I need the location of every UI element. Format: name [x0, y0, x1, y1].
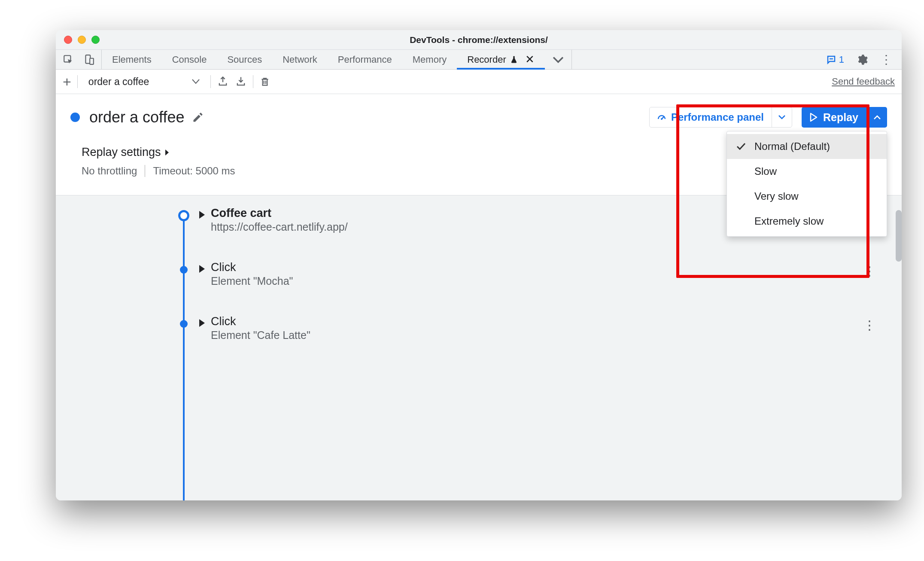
performance-panel-button[interactable]: Performance panel — [650, 107, 772, 127]
speed-option-slow[interactable]: Slow — [727, 159, 887, 184]
devtools-window: DevTools - chrome://extensions/ Elements… — [56, 30, 902, 500]
step-subtitle: https://coffee-cart.netlify.app/ — [211, 221, 348, 233]
chevron-down-icon — [192, 79, 200, 84]
step-item: Click Element "Mocha" ⋮ — [174, 261, 902, 287]
speed-option-label: Normal (Default) — [754, 140, 830, 152]
caret-right-icon — [164, 149, 170, 156]
close-icon[interactable]: ✕ — [525, 53, 535, 66]
replay-speed-dropdown[interactable] — [867, 107, 887, 128]
step-expand-toggle[interactable] — [199, 265, 205, 273]
recording-select-value: order a coffee — [88, 76, 149, 88]
scrollbar-thumb[interactable] — [896, 210, 902, 262]
steps-area: Coffee cart https://coffee-cart.netlify.… — [56, 195, 902, 500]
svg-rect-2 — [90, 58, 94, 64]
tab-recorder-label: Recorder — [467, 54, 506, 65]
speed-option-extremely-slow[interactable]: Extremely slow — [727, 209, 887, 234]
recording-header: order a coffee Performance panel — [56, 94, 902, 138]
speed-option-very-slow[interactable]: Very slow — [727, 184, 887, 209]
speed-option-label: Very slow — [754, 190, 799, 202]
device-toggle-icon[interactable] — [83, 54, 94, 65]
more-menu-icon[interactable]: ⋮ — [880, 52, 892, 67]
step-node-icon — [178, 210, 189, 221]
step-node-icon — [180, 320, 188, 328]
titlebar: DevTools - chrome://extensions/ — [56, 30, 902, 50]
issues-count: 1 — [839, 54, 844, 65]
step-title: Click — [211, 261, 293, 274]
play-icon — [809, 113, 818, 122]
performance-panel-button-group: Performance panel — [649, 107, 792, 128]
timeline-line — [183, 218, 185, 500]
inspect-icon[interactable] — [63, 54, 74, 65]
check-icon — [736, 143, 747, 150]
tab-network[interactable]: Network — [272, 50, 328, 69]
step-more-menu[interactable]: ⋮ — [863, 315, 876, 332]
performance-panel-dropdown[interactable] — [772, 107, 792, 127]
tab-elements[interactable]: Elements — [102, 50, 162, 69]
performance-panel-label: Performance panel — [671, 111, 764, 123]
gauge-icon — [657, 112, 667, 122]
step-expand-toggle[interactable] — [199, 211, 205, 219]
replay-settings-label: Replay settings — [82, 146, 161, 159]
replay-button[interactable]: Replay — [802, 107, 867, 128]
send-feedback-link[interactable]: Send feedback — [832, 76, 895, 87]
flask-icon — [510, 55, 518, 64]
replay-label: Replay — [823, 111, 858, 124]
replay-speed-menu: Normal (Default) Slow Very slow Extremel… — [726, 131, 887, 237]
speed-option-label: Slow — [754, 165, 777, 177]
traffic-lights — [64, 36, 100, 44]
edit-title-button[interactable] — [192, 111, 204, 123]
tab-memory[interactable]: Memory — [402, 50, 457, 69]
timeout-value: Timeout: 5000 ms — [153, 165, 235, 177]
delete-icon[interactable] — [259, 75, 271, 88]
export-icon[interactable] — [217, 76, 229, 88]
step-node-icon — [180, 266, 188, 274]
new-recording-button[interactable]: + — [63, 74, 71, 89]
issues-button[interactable]: 1 — [826, 54, 844, 65]
tabs-overflow-button[interactable] — [545, 50, 572, 69]
recording-status-dot — [70, 113, 80, 122]
window-title: DevTools - chrome://extensions/ — [56, 35, 902, 45]
recording-title: order a coffee — [89, 108, 184, 126]
step-subtitle: Element "Cafe Latte" — [211, 329, 310, 341]
step-title: Coffee cart — [211, 207, 348, 220]
tab-sources[interactable]: Sources — [217, 50, 272, 69]
throttling-value: No throttling — [82, 165, 137, 177]
step-item: Click Element "Cafe Latte" ⋮ — [174, 315, 902, 341]
window-minimize-button[interactable] — [78, 36, 86, 44]
tab-console[interactable]: Console — [162, 50, 217, 69]
devtools-tabstrip: Elements Console Sources Network Perform… — [56, 50, 902, 70]
settings-gear-icon[interactable] — [856, 54, 868, 66]
tab-recorder[interactable]: Recorder ✕ — [457, 50, 544, 69]
speed-option-normal[interactable]: Normal (Default) — [727, 134, 887, 159]
svg-point-5 — [661, 118, 663, 120]
speed-option-label: Extremely slow — [754, 215, 824, 227]
import-icon[interactable] — [235, 76, 247, 88]
step-title: Click — [211, 315, 310, 328]
tab-performance[interactable]: Performance — [328, 50, 402, 69]
recorder-toolbar: + order a coffee Send feedback — [56, 70, 902, 94]
window-close-button[interactable] — [64, 36, 72, 44]
header-actions: Performance panel Replay — [649, 107, 887, 128]
step-more-menu[interactable]: ⋮ — [863, 261, 876, 278]
step-subtitle: Element "Mocha" — [211, 275, 293, 287]
step-expand-toggle[interactable] — [199, 319, 205, 327]
replay-button-group: Replay — [802, 107, 887, 128]
window-zoom-button[interactable] — [91, 36, 100, 44]
recording-select[interactable]: order a coffee — [84, 74, 205, 90]
